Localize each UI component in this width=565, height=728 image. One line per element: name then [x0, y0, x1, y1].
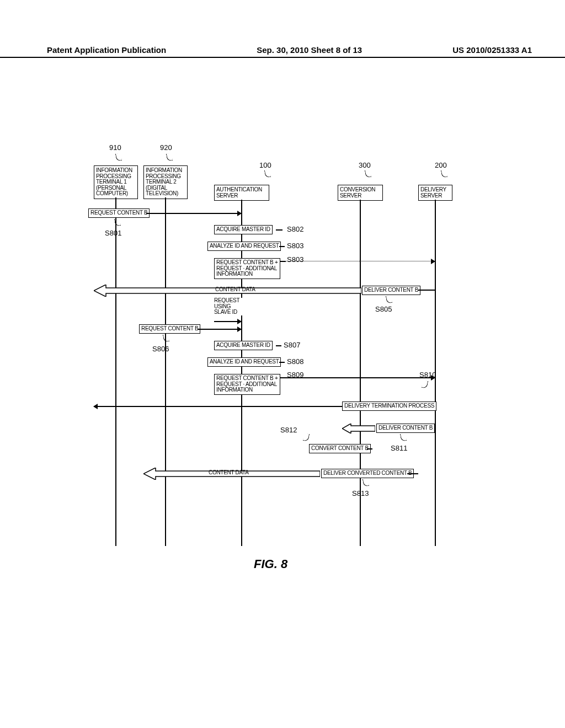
step-s808: S808	[287, 357, 303, 366]
step-s807: S807	[284, 341, 300, 349]
step-s803b: S803	[287, 255, 303, 264]
msg-deliver-b-1: DELIVER CONTENT B	[362, 286, 420, 295]
step-s812: S812	[280, 426, 297, 434]
arrow-s806	[198, 329, 241, 330]
step-s803a: S803	[287, 242, 303, 250]
header-left: Patent Application Publication	[47, 45, 166, 55]
header-right: US 2010/0251333 A1	[452, 45, 532, 55]
step-s809: S809	[287, 371, 303, 379]
lane-num-auth: 100	[259, 161, 271, 169]
msg-acquire-master-1: ACQUIRE MASTER ID	[214, 225, 273, 234]
lane-box-t2: INFORMATION PROCESSING TERMINAL 2 (DIGIT…	[143, 165, 188, 199]
lane-box-conv: CONVERSION SERVER	[338, 185, 383, 201]
label-content-data-1: CONTENT DATA	[215, 286, 255, 292]
lane-num-t1: 910	[109, 143, 121, 152]
msg-request-content-b-1: REQUEST CONTENT B	[88, 208, 150, 218]
msg-termination: DELIVERY TERMINATION PROCESS	[342, 402, 436, 411]
lane-num-t2: 920	[160, 143, 172, 152]
msg-analyze-2: ANALYZE ID AND REQUEST	[207, 357, 281, 367]
msg-deliver-b-2: DELIVER CONTENT B	[376, 424, 435, 433]
msg-req-b-plus-1: REQUEST CONTENT B + REQUEST · ADDITIONAL…	[214, 258, 280, 279]
header-center: Sep. 30, 2010 Sheet 8 of 13	[257, 45, 362, 55]
lane-box-auth: AUTHENTICATION SERVER	[214, 185, 269, 201]
msg-request-content-b-2: REQUEST CONTENT B	[139, 324, 200, 334]
lane-box-del: DELIVERY SERVER	[418, 185, 452, 201]
step-s802: S802	[287, 225, 303, 233]
label-content-data-2: CONTENT DATA	[209, 469, 249, 475]
lifeline-t2	[165, 197, 166, 546]
step-s801: S801	[105, 229, 121, 237]
msg-acquire-master-2: ACQUIRE MASTER ID	[214, 341, 273, 350]
figure-caption: FIG. 8	[254, 557, 287, 571]
page-header: Patent Application Publication Sep. 30, …	[0, 45, 565, 58]
msg-req-b-plus-2: REQUEST CONTENT B + REQUEST · ADDITIONAL…	[214, 374, 280, 395]
step-s813: S813	[352, 489, 369, 497]
step-s806: S806	[152, 345, 169, 353]
lifeline-auth	[241, 200, 242, 546]
msg-convert-b: CONVERT CONTENT B	[309, 444, 371, 453]
lane-num-conv: 300	[359, 161, 371, 169]
lane-box-t1: INFORMATION PROCESSING TERMINAL 1 (PERSO…	[94, 165, 138, 199]
msg-req-slave: REQUEST USING SLAVE ID	[214, 298, 245, 315]
msg-deliver-converted: DELIVER CONVERTED CONTENT B	[321, 469, 414, 478]
lifeline-t1	[115, 197, 116, 546]
arrow-s801	[146, 213, 241, 214]
sequence-diagram: 910 920 100 300 200 INFORMATION PROCESSI…	[88, 143, 491, 574]
arrow-termination	[94, 406, 342, 407]
step-s811: S811	[391, 444, 407, 452]
step-s805: S805	[375, 305, 392, 313]
svg-marker-1	[342, 424, 375, 433]
open-arrow-deliver-b-2	[342, 424, 375, 433]
lane-num-del: 200	[435, 161, 447, 169]
step-s810: S810	[419, 371, 436, 379]
msg-analyze-1: ANALYZE ID AND REQUEST	[207, 242, 281, 251]
